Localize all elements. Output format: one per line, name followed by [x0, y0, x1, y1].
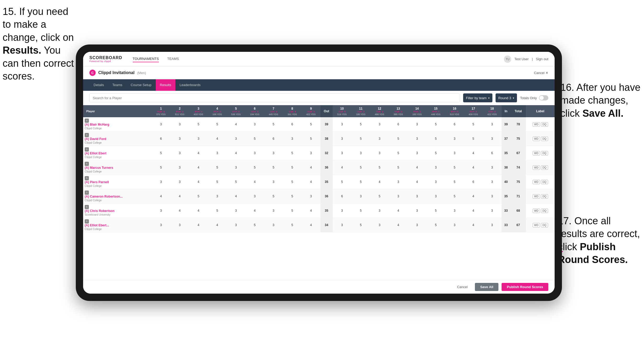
score-hole-16[interactable]: 5	[445, 189, 464, 204]
score-hole-14[interactable]: 3	[408, 117, 427, 132]
score-hole-5[interactable]: 3	[227, 218, 245, 232]
score-hole-16[interactable]: 5	[445, 175, 464, 189]
score-hole-6[interactable]: 3	[245, 117, 264, 132]
score-hole-12[interactable]: 3	[370, 146, 389, 160]
score-hole-14[interactable]: 3	[408, 132, 427, 146]
score-hole-15[interactable]: 5	[426, 204, 445, 218]
score-hole-12[interactable]: 3	[370, 117, 389, 132]
score-hole-13[interactable]: 5	[389, 132, 408, 146]
score-hole-16[interactable]: 6	[445, 117, 464, 132]
cancel-button[interactable]: Cancel	[453, 283, 472, 291]
score-hole-17[interactable]: 5	[464, 117, 483, 132]
score-hole-9[interactable]: 4	[302, 160, 320, 175]
score-hole-6[interactable]: 5	[245, 132, 264, 146]
score-hole-1[interactable]: 6	[152, 132, 170, 146]
score-hole-15[interactable]: 3	[426, 175, 445, 189]
score-hole-12[interactable]: 3	[370, 218, 389, 232]
score-hole-11[interactable]: 5	[351, 132, 370, 146]
score-hole-1[interactable]: 3	[152, 218, 170, 232]
score-hole-16[interactable]: 5	[445, 160, 464, 175]
score-hole-4[interactable]: 3	[208, 146, 227, 160]
score-hole-9[interactable]: 3	[302, 146, 320, 160]
label-btn-wd[interactable]: WD	[533, 122, 540, 127]
score-hole-1[interactable]: 4	[152, 189, 170, 204]
score-hole-17[interactable]: 4	[464, 189, 483, 204]
score-hole-15[interactable]: 5	[426, 117, 445, 132]
score-hole-9[interactable]: 4	[302, 204, 320, 218]
score-hole-13[interactable]: 3	[389, 189, 408, 204]
score-hole-7[interactable]: 5	[264, 189, 283, 204]
score-hole-17[interactable]: 4	[464, 146, 483, 160]
score-hole-15[interactable]: 3	[426, 189, 445, 204]
score-hole-3[interactable]: 5	[189, 189, 208, 204]
score-hole-11[interactable]: 3	[351, 146, 370, 160]
label-btn-wd[interactable]: WD	[533, 137, 540, 141]
label-btn-dq[interactable]: DQ	[541, 209, 548, 213]
score-hole-3[interactable]: 5	[189, 117, 208, 132]
score-hole-8[interactable]: 5	[283, 175, 302, 189]
publish-round-scores-button[interactable]: Publish Round Scores	[502, 283, 548, 291]
score-hole-1[interactable]: 3	[152, 175, 170, 189]
label-btn-dq[interactable]: DQ	[541, 180, 548, 184]
score-hole-12[interactable]: 4	[370, 175, 389, 189]
score-hole-6[interactable]: 5	[245, 218, 264, 232]
score-hole-2[interactable]: 3	[170, 117, 189, 132]
score-hole-17[interactable]: 5	[464, 132, 483, 146]
score-hole-3[interactable]: 4	[189, 146, 208, 160]
score-hole-11[interactable]: 5	[351, 160, 370, 175]
score-hole-13[interactable]: 3	[389, 175, 408, 189]
score-hole-5[interactable]: 4	[227, 189, 245, 204]
score-hole-10[interactable]: 3	[333, 204, 352, 218]
score-hole-12[interactable]: 3	[370, 132, 389, 146]
score-hole-11[interactable]: 5	[351, 175, 370, 189]
label-btn-dq[interactable]: DQ	[541, 223, 548, 227]
score-hole-6[interactable]: 4	[245, 204, 264, 218]
score-hole-16[interactable]: 3	[445, 146, 464, 160]
score-hole-2[interactable]: 3	[170, 175, 189, 189]
score-hole-5[interactable]: 4	[227, 117, 245, 132]
score-hole-3[interactable]: 4	[189, 160, 208, 175]
score-hole-16[interactable]: 3	[445, 218, 464, 232]
label-btn-wd[interactable]: WD	[533, 194, 540, 199]
score-hole-7[interactable]: 6	[264, 132, 283, 146]
score-hole-4[interactable]: 4	[208, 218, 227, 232]
score-hole-7[interactable]: 3	[264, 218, 283, 232]
score-hole-7[interactable]: 5	[264, 160, 283, 175]
label-btn-wd[interactable]: WD	[533, 209, 540, 213]
label-btn-dq[interactable]: DQ	[541, 137, 548, 141]
label-btn-wd[interactable]: WD	[533, 151, 540, 155]
score-hole-3[interactable]: 4	[189, 204, 208, 218]
score-hole-9[interactable]: 5	[302, 132, 320, 146]
score-hole-8[interactable]: 5	[283, 146, 302, 160]
score-hole-3[interactable]: 4	[189, 218, 208, 232]
score-hole-10[interactable]: 5	[333, 175, 352, 189]
score-hole-5[interactable]: 4	[227, 146, 245, 160]
score-hole-1[interactable]: 3	[152, 204, 170, 218]
score-hole-14[interactable]: 4	[408, 160, 427, 175]
label-btn-dq[interactable]: DQ	[541, 151, 548, 155]
score-hole-18[interactable]: 3	[483, 132, 502, 146]
tab-teams[interactable]: Teams	[108, 79, 126, 91]
score-hole-4[interactable]: 5	[208, 175, 227, 189]
score-hole-4[interactable]: 5	[208, 204, 227, 218]
tab-course-setup[interactable]: Course Setup	[126, 79, 156, 91]
score-hole-8[interactable]: 5	[283, 218, 302, 232]
search-input[interactable]	[89, 93, 460, 102]
nav-link-tournaments[interactable]: TOURNAMENTS	[133, 56, 159, 62]
score-hole-14[interactable]: 3	[408, 204, 427, 218]
score-hole-8[interactable]: 5	[283, 189, 302, 204]
score-hole-6[interactable]: 3	[245, 146, 264, 160]
score-hole-6[interactable]: 4	[245, 175, 264, 189]
score-hole-1[interactable]: 5	[152, 160, 170, 175]
totals-only-toggle[interactable]	[539, 95, 548, 100]
score-hole-18[interactable]: 3	[483, 204, 502, 218]
score-hole-9[interactable]: 3	[302, 189, 320, 204]
score-hole-3[interactable]: 4	[189, 175, 208, 189]
score-hole-18[interactable]: 3	[483, 117, 502, 132]
score-hole-10[interactable]: 3	[333, 132, 352, 146]
score-hole-12[interactable]: 5	[370, 160, 389, 175]
score-hole-15[interactable]: 5	[426, 146, 445, 160]
label-btn-dq[interactable]: DQ	[541, 165, 548, 170]
score-hole-2[interactable]: 4	[170, 189, 189, 204]
label-btn-wd[interactable]: WD	[533, 223, 540, 227]
